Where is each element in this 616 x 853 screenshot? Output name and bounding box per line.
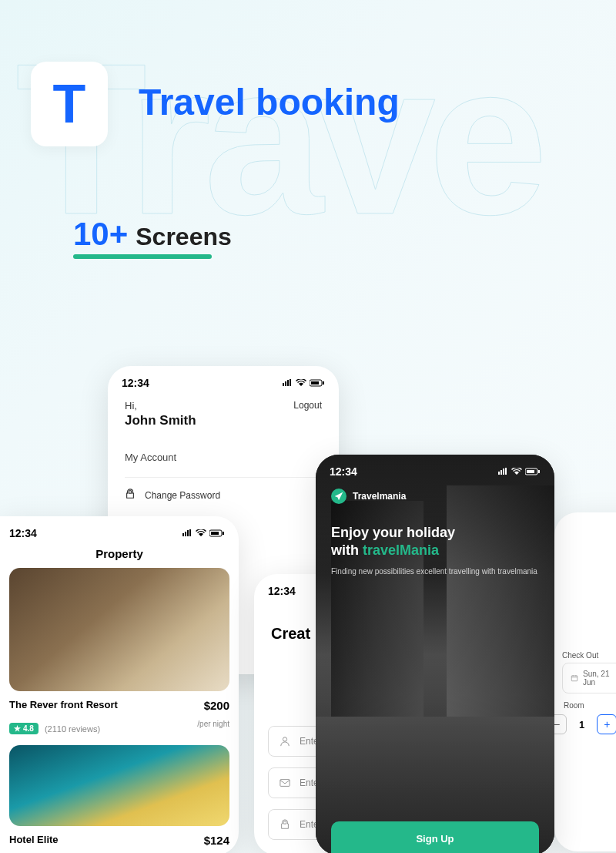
my-account-section-title: My Account — [108, 428, 339, 463]
lock-icon — [280, 819, 290, 830]
property-card[interactable]: The Rever front Resort $200 ★ 4.8 (2110 … — [9, 568, 229, 734]
svg-rect-14 — [571, 676, 578, 681]
status-bar: 12:34 — [316, 455, 554, 482]
mockup-property-screen: 12:34 Property The Rever front Resort $2… — [0, 516, 239, 853]
svg-point-6 — [283, 737, 286, 741]
svg-rect-4 — [211, 532, 219, 535]
brand-name: Travelmania — [353, 491, 406, 502]
room-label: Room — [564, 701, 584, 710]
property-photo — [9, 745, 229, 826]
status-bar — [554, 512, 616, 536]
screens-count-number: 10+ — [73, 216, 128, 252]
hero-line-2-prefix: with — [331, 542, 363, 558]
rating-badge: ★ 4.8 — [9, 723, 38, 734]
logo-letter: T — [53, 73, 86, 135]
svg-rect-7 — [280, 780, 290, 787]
status-time: 12:34 — [268, 585, 296, 597]
lock-icon — [125, 489, 136, 502]
hero-line-1: Enjoy your holiday — [331, 524, 539, 542]
svg-rect-2 — [323, 381, 324, 385]
page-title: Travel booking — [139, 81, 400, 123]
mockup-onboarding-screen: 12:34 Travelmania Enjoy your holiday wit… — [316, 455, 554, 853]
svg-rect-1 — [311, 381, 319, 385]
signup-button[interactable]: Sign Up — [331, 821, 539, 853]
hero-text: Enjoy your holiday with travelMania Find… — [316, 510, 554, 580]
logo-box: T — [31, 62, 108, 146]
star-icon: ★ — [14, 724, 21, 733]
checkout-date-field[interactable]: Sun, 21 Jun — [562, 663, 616, 693]
user-name: John Smith — [125, 413, 196, 428]
hero-subtitle: Finding new possibilities excellent trav… — [331, 566, 539, 577]
room-stepper: − 1 + — [554, 714, 616, 734]
property-price: $124 — [204, 834, 229, 847]
status-time: 12:34 — [9, 527, 37, 539]
status-icons — [497, 468, 541, 475]
checkout-label: Check Out — [562, 651, 598, 660]
stepper-plus-button[interactable]: + — [597, 714, 616, 734]
property-price: $200 — [204, 699, 229, 712]
status-time: 12:34 — [122, 377, 149, 389]
property-name: Hotel Elite — [9, 834, 59, 845]
property-card[interactable]: Hotel Elite $124 — [9, 745, 229, 847]
status-icons — [282, 379, 325, 387]
property-title: Property — [0, 544, 239, 568]
hero-line-2-accent: travelMania — [363, 542, 439, 558]
screens-count: 10+Screens — [73, 216, 232, 253]
status-icons — [182, 529, 225, 537]
status-bar: 12:34 — [0, 516, 239, 544]
property-name: The Rever front Resort — [9, 699, 118, 710]
calendar-icon — [571, 674, 578, 682]
svg-rect-10 — [538, 470, 540, 473]
status-time: 12:34 — [330, 465, 357, 478]
svg-rect-9 — [527, 470, 534, 473]
checkout-date-value: Sun, 21 Jun — [583, 670, 616, 687]
greeting-hi: Hi, — [125, 400, 196, 411]
stepper-minus-button[interactable]: − — [554, 714, 567, 734]
screens-count-label: Screens — [136, 223, 232, 250]
logout-link[interactable]: Logout — [293, 400, 322, 411]
stepper-value: 1 — [579, 719, 584, 730]
brand-row: Travelmania — [316, 482, 554, 510]
person-icon — [280, 736, 290, 747]
mail-icon — [280, 777, 290, 788]
underline-accent — [73, 254, 212, 259]
property-photo — [9, 568, 229, 691]
change-password-label: Change Password — [145, 490, 220, 501]
svg-rect-5 — [223, 532, 224, 535]
rating-value: 4.8 — [23, 724, 34, 733]
plane-icon — [331, 489, 346, 504]
reviews-count: (2110 reviews) — [45, 724, 100, 734]
per-night-label: /per night — [197, 720, 229, 728]
status-bar: 12:34 — [108, 366, 339, 394]
change-password-row[interactable]: Change Password — [125, 477, 322, 502]
mockup-booking-screen: Check Out Sun, 21 Jun Room − 1 + — [554, 512, 616, 851]
